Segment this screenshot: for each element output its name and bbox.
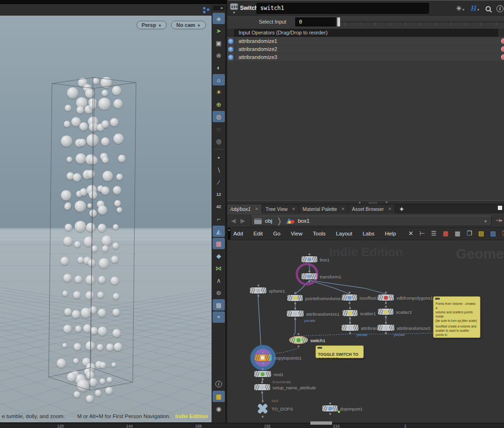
shelf-tools-icon[interactable]: ✕ [408, 230, 413, 237]
maximize-pane-icon[interactable] [498, 206, 502, 210]
viewport-layout-icon[interactable]: ▦ [213, 391, 225, 402]
node-sphere1[interactable]: sphere1 [250, 287, 266, 294]
add-image-icon[interactable]: ▨ [490, 230, 496, 237]
menu-labs[interactable]: Labs [363, 231, 375, 236]
secure-selection-icon[interactable]: ▣ [213, 37, 225, 49]
show-current-object-icon[interactable]: ◎ [213, 135, 225, 147]
select-geometry-icon[interactable]: ➤ [213, 25, 225, 36]
node-body[interactable] [378, 309, 393, 315]
toolbar-scrollbar[interactable]: ▶ [213, 6, 224, 10]
search-icon[interactable] [486, 6, 491, 11]
network-overview-icon[interactable] [203, 7, 210, 13]
collapse-down-icon[interactable]: ▼ [385, 201, 388, 204]
menu-help[interactable]: Help [385, 231, 396, 236]
shade-polygons-icon[interactable]: ◭ [213, 226, 225, 237]
node-TO_DOPS[interactable]: TO_DOPSNull [256, 403, 269, 414]
input-connector[interactable] [262, 352, 264, 353]
visible-eye-icon[interactable]: ◉ [213, 403, 225, 414]
node-transform1[interactable]: transform1 [301, 273, 317, 279]
node-body[interactable] [289, 336, 308, 344]
input-connector[interactable] [329, 403, 331, 404]
sticky-note-icon[interactable]: ▤ [478, 230, 484, 237]
grid-snap-icon[interactable]: ▩ [454, 230, 460, 237]
node-type-dropdown-icon[interactable]: ▼ [232, 11, 236, 14]
input-connector[interactable] [294, 308, 296, 310]
edit-lights-icon[interactable]: ⊕ [213, 99, 225, 110]
display-normals-icon[interactable]: ∧ [213, 275, 225, 286]
slider-handle[interactable] [337, 17, 340, 26]
info-icon[interactable]: i [496, 5, 504, 12]
node-body[interactable] [342, 310, 358, 316]
output-connector[interactable] [349, 302, 350, 304]
node-copytopoints1[interactable]: copytopoints1 [255, 354, 272, 361]
input-operator-row[interactable]: ↑attribrandomize3 [227, 53, 504, 61]
camera-select-button[interactable]: No cam▼ [171, 21, 206, 29]
output-connector[interactable] [298, 345, 299, 347]
menu-edit[interactable]: Edit [253, 231, 263, 236]
output-connector[interactable] [329, 413, 331, 415]
select-input-slider[interactable] [337, 17, 504, 26]
display-point-normals-icon[interactable]: ∖ [213, 164, 225, 176]
node-pointsfromvolume1[interactable]: pointsfromvolume1 [287, 295, 303, 301]
reorder-cell[interactable]: ↑ [227, 37, 235, 45]
node-body[interactable] [377, 325, 394, 331]
input-connector[interactable] [262, 368, 264, 370]
bypass-flag-icon[interactable] [501, 38, 504, 44]
input-connector[interactable] [349, 322, 351, 324]
splitter-handle[interactable] [369, 202, 377, 204]
disable-lighting-icon[interactable]: ⊗ [213, 50, 225, 61]
hq-shading-icon[interactable]: ◍ [213, 111, 225, 122]
display-materials-icon[interactable]: ◆ [213, 250, 225, 261]
forward-arrow-icon[interactable]: ▶ [240, 217, 245, 224]
output-connector[interactable] [294, 318, 296, 320]
node-body[interactable] [287, 295, 303, 301]
node-switch1[interactable]: switch1 [289, 336, 308, 344]
node-body[interactable] [287, 311, 304, 317]
gallery-icon[interactable]: ❒ [502, 230, 504, 237]
node-dopimport1[interactable]: dopimport1 [322, 405, 338, 411]
list-view-icon[interactable]: ☰ [431, 230, 437, 237]
move-up-icon[interactable]: ↑ [228, 39, 233, 44]
node-name-field[interactable]: switch1 [256, 3, 429, 14]
pin-pane-icon[interactable]: ⊣▪ [496, 218, 502, 224]
node-body[interactable] [255, 354, 272, 361]
menu-go[interactable]: Go [273, 231, 280, 236]
breadcrumb-context[interactable]: obj [265, 218, 272, 224]
node-body[interactable] [342, 294, 357, 301]
color-palette-icon[interactable]: ▦ [443, 230, 448, 237]
node-body[interactable] [250, 287, 266, 294]
output-connector[interactable] [349, 332, 351, 334]
pane-splitter[interactable]: ▲ ▼ [227, 201, 504, 204]
collapse-up-icon[interactable]: ▲ [358, 201, 361, 204]
pane-tab[interactable]: Asset Browser✕ [349, 204, 395, 214]
close-tab-icon[interactable]: ✕ [255, 207, 259, 211]
output-connector[interactable] [385, 332, 387, 334]
node-body[interactable] [301, 256, 317, 262]
input-connector[interactable] [257, 285, 259, 286]
input-connector[interactable] [308, 270, 310, 272]
select-input-value-field[interactable]: 0 [295, 17, 336, 26]
output-connector[interactable] [261, 392, 263, 394]
breadcrumb-field[interactable]: obj ❯ box1 ▼ [251, 216, 492, 226]
output-connector[interactable] [262, 416, 264, 418]
close-tab-icon[interactable]: ✕ [388, 207, 392, 211]
gear-icon[interactable]: ✳▼ [456, 4, 465, 13]
group-select-icon[interactable]: ⊜ [213, 287, 225, 298]
node-box1[interactable]: box1 [301, 256, 317, 262]
node-isooffset1[interactable]: isooffset1 [342, 294, 357, 301]
input-connector[interactable] [385, 306, 387, 308]
output-connector[interactable] [308, 281, 310, 283]
viewport-info-icon[interactable]: i [213, 378, 225, 390]
node-attribrandomize1[interactable]: attribrandomize1 [287, 311, 304, 317]
input-connector[interactable] [262, 400, 264, 402]
output-connector[interactable] [349, 318, 351, 319]
input-operator-row[interactable]: ↑attribrandomize2 [227, 45, 504, 53]
window-layout-icon[interactable]: ❐ [467, 230, 472, 237]
node-attribrandomize2[interactable]: attribrandomize2 [342, 325, 359, 331]
display-capture-icon[interactable]: ⋈ [213, 262, 225, 274]
display-profiles-icon[interactable]: ⌐ [213, 213, 225, 225]
background-image-icon[interactable]: ▩ [213, 299, 225, 311]
ghost-objects-icon[interactable]: ◌ [213, 123, 225, 134]
tree-structure-icon[interactable]: ⊢ [419, 230, 425, 237]
menu-scrollbar[interactable]: ▲ [228, 228, 231, 240]
